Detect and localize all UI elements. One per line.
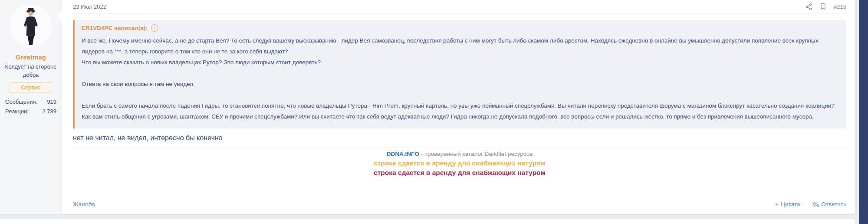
post-date-link[interactable]: 23 Июл 2022 — [73, 3, 106, 10]
plus-icon: + — [775, 201, 779, 208]
post-number-link[interactable]: #215 — [834, 3, 846, 10]
user-stats: Сообщения: 919 Реакции: 2.789 — [0, 97, 62, 116]
post-actions-bar: Жалоба + Цитата Ответить — [73, 201, 846, 208]
report-button[interactable]: Жалоба — [73, 201, 95, 208]
quote-paragraph: И всё же. Почему именно сейчас, а не до … — [82, 35, 839, 68]
stat-reactions-label: Реакции: — [5, 107, 29, 116]
quote-body: И всё же. Почему именно сейчас, а не до … — [82, 35, 839, 122]
quote-attribution: ER1VD4PC написал(а): ↑ — [82, 24, 839, 32]
reply-button-label: Ответить — [821, 201, 846, 208]
post-header: 23 Июл 2022 — [73, 0, 846, 13]
stat-messages-label: Сообщения: — [5, 97, 37, 107]
quote-block: ER1VD4PC написал(а): ↑ И всё же. Почему … — [73, 20, 846, 128]
quote-button-label: Цитата — [781, 201, 800, 208]
signature-ad-line-orange: строка сдается в аренду для снабжающих н… — [73, 158, 846, 168]
signature-site-link[interactable]: DDNA.INFO — [387, 151, 419, 157]
username-link[interactable]: Greatmag — [0, 53, 62, 61]
signature-site-description: - проверенный каталог DarkNet ресурсов — [419, 151, 533, 157]
quote-text-line: И всё же. Почему именно сейчас, а не до … — [82, 35, 839, 57]
user-badge: Сервис — [10, 82, 53, 92]
share-button[interactable] — [805, 3, 812, 10]
quote-text-line: Ответа на свои вопросы я там не увидел. — [82, 79, 839, 89]
stat-messages-value: 919 — [47, 97, 56, 107]
signature-catalog-line: DDNA.INFO - проверенный каталог DarkNet … — [73, 151, 846, 157]
stat-reactions: Реакции: 2.789 — [5, 107, 56, 116]
quote-button[interactable]: + Цитата — [775, 201, 800, 208]
user-custom-title: Колдует на стороне добра — [0, 63, 62, 79]
bookmark-icon — [820, 3, 826, 10]
post-header-tools: #215 — [805, 3, 846, 10]
quote-paragraph: Ответа на свои вопросы я там не увидел. — [82, 79, 839, 89]
quote-text-line: Если брать с самого начала после падения… — [82, 100, 839, 122]
reply-icon — [812, 201, 819, 208]
post-content-area: 23 Июл 2022 — [62, 0, 855, 214]
stat-messages: Сообщения: 919 — [5, 97, 56, 107]
bookmark-button[interactable] — [820, 3, 826, 10]
avatar[interactable] — [10, 4, 52, 46]
jump-to-quoted-post-icon[interactable]: ↑ — [151, 24, 158, 32]
share-icon — [805, 3, 812, 10]
reply-button[interactable]: Ответить — [812, 201, 846, 208]
post-actions-right: + Цитата Ответить — [775, 201, 846, 208]
user-info-panel: Greatmag Колдует на стороне добра Сервис… — [0, 0, 62, 214]
next-post-card-edge — [0, 219, 855, 224]
quote-paragraph: Если брать с самого начала после падения… — [82, 100, 839, 122]
suited-man-avatar-image — [19, 7, 43, 46]
post-message-text: нет не читал, не видел, интересно бы кон… — [73, 134, 846, 142]
signature-block: DDNA.INFO - проверенный каталог DarkNet … — [73, 148, 846, 178]
stat-reactions-value: 2.789 — [42, 107, 56, 116]
quote-text-line: Что вы можете сказать о новых владельцах… — [82, 57, 839, 68]
quote-attribution-text: ER1VD4PC написал(а): — [82, 25, 148, 31]
forum-post: Greatmag Колдует на стороне добра Сервис… — [0, 0, 855, 214]
scrollbar[interactable] — [859, 0, 868, 224]
signature-ad-line-red: строка сдается в аренду для снабжающих н… — [73, 168, 846, 178]
